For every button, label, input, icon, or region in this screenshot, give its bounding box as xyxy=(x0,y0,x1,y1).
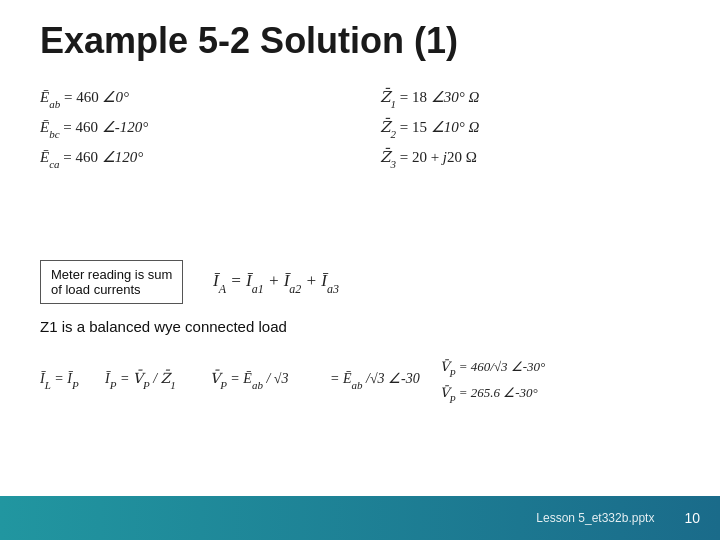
svg-text:Z̄3
           = 20 + j20 Ω: Z̄3 = 20 + j20 Ω xyxy=(380,147,477,170)
svg-text:ĪA
           = 
          Īa1: ĪA = Īa1 + Īa2 + Īa3 xyxy=(213,271,339,296)
bottom-right-eq: V̄P = 460/√3 ∠-30° V̄P = 265.6 ∠-30° xyxy=(440,351,680,435)
svg-text:ĪL
           = 
          ĪP: ĪL = ĪP xyxy=(40,371,79,391)
bottom-left-svg: ĪL = ĪP ĪP = V̄P / Z̄1 V̄P = Ēab xyxy=(40,351,420,431)
left-equations: Ēab = 460 ∠0° Ēbc = 460 ∠-120° Ēca = 460… xyxy=(40,80,340,240)
right-eq-svg: Z̄1 = 18 ∠30° Ω Z̄2 = 15 ∠10° Ω Z̄3 = 20… xyxy=(380,80,620,240)
svg-text:Z̄2
           = 15
          : Z̄2 = 15 ∠10° Ω xyxy=(380,117,479,140)
bottom-right-svg: V̄P = 460/√3 ∠-30° V̄P = 265.6 ∠-30° xyxy=(440,351,640,431)
svg-text:V̄P
           = 265.6 ∠-30°: V̄P = 265.6 ∠-30° xyxy=(440,385,538,405)
svg-text:Z̄1
           = 18
          : Z̄1 = 18 ∠30° Ω xyxy=(380,87,479,110)
slide-footer: Lesson 5_et332b.pptx 10 xyxy=(0,496,720,540)
equations-area: Ēab = 460 ∠0° Ēbc = 460 ∠-120° Ēca = 460… xyxy=(40,80,680,240)
footer-page-number: 10 xyxy=(684,510,700,526)
right-equations: Z̄1 = 18 ∠30° Ω Z̄2 = 15 ∠10° Ω Z̄3 = 20… xyxy=(380,80,680,240)
slide-title: Example 5-2 Solution (1) xyxy=(40,20,680,62)
svg-text:ĪP
           = 
          V̄P: ĪP = V̄P / Z̄1 xyxy=(104,369,176,391)
meter-line2: of load currents xyxy=(51,282,172,297)
slide-container: Example 5-2 Solution (1) Ēab = 460 ∠0° Ē… xyxy=(0,0,720,540)
meter-line1: Meter reading is sum xyxy=(51,267,172,282)
svg-text:Ēbc
           = 460
         : Ēbc = 460 ∠-120° xyxy=(40,119,148,140)
middle-row: Meter reading is sum of load currents ĪA… xyxy=(40,250,680,310)
ia-equation: ĪA = Īa1 + Īa2 + Īa3 xyxy=(213,258,453,302)
svg-text:V̄P
           = 460/√3  ∠-30°: V̄P = 460/√3 ∠-30° xyxy=(440,359,545,379)
svg-text:V̄P
           = 
          Ēa: V̄P = Ēab / √3 xyxy=(210,369,288,391)
footer-filename: Lesson 5_et332b.pptx xyxy=(536,511,654,525)
bottom-left-eq: ĪL = ĪP ĪP = V̄P / Z̄1 V̄P = Ēab xyxy=(40,351,420,435)
bottom-equations-area: ĪL = ĪP ĪP = V̄P / Z̄1 V̄P = Ēab xyxy=(40,351,680,435)
ia-eq-svg: ĪA = Īa1 + Īa2 + Īa3 xyxy=(213,258,453,298)
svg-text:Ēca
           = 460
         : Ēca = 460 ∠120° xyxy=(40,149,143,170)
svg-text:Ēab
           = 460
         : Ēab = 460 ∠0° xyxy=(40,89,129,110)
left-eq-svg: Ēab = 460 ∠0° Ēbc = 460 ∠-120° Ēca = 460… xyxy=(40,80,260,240)
meter-reading-box: Meter reading is sum of load currents xyxy=(40,260,183,304)
balanced-wye-text: Z1 is a balanced wye connected load xyxy=(40,318,680,335)
svg-text:=
          Ēab
          /√3 : = Ēab /√3 ∠-30° xyxy=(330,371,420,391)
